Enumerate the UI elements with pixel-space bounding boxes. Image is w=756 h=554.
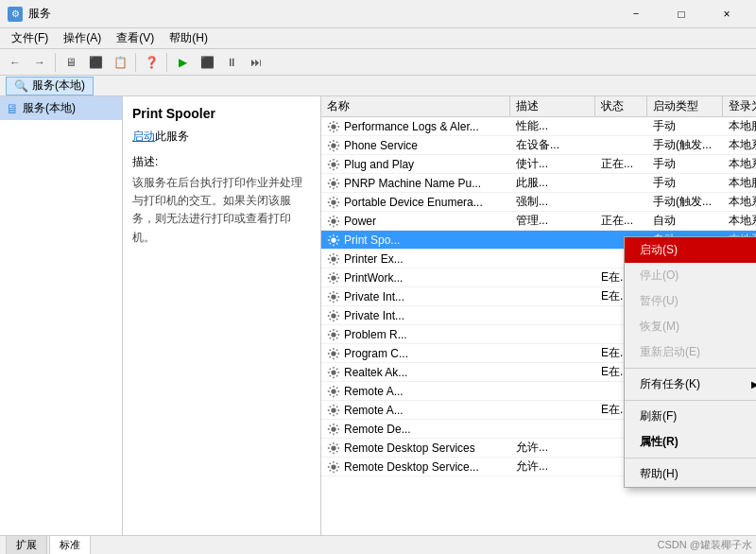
close-button[interactable]: × [705,0,748,28]
toolbar-stop[interactable]: ⬛ [196,52,218,73]
svg-point-3 [331,181,335,185]
toolbar-play[interactable]: ▶ [171,52,194,73]
left-panel: Print Spooler 启动此服务 描述: 该服务在后台执行打印作业并处理与… [123,96,321,535]
context-menu-separator [625,458,756,459]
svg-point-11 [331,332,335,337]
toolbar-sep2 [135,53,136,72]
menu-help[interactable]: 帮助(H) [162,28,215,48]
svg-point-9 [331,294,335,299]
toolbar-restart[interactable]: ⏭ [245,52,267,73]
toolbar-help[interactable]: ❓ [140,52,163,73]
table-header: 名称 描述 状态 启动类型 登录为 [321,96,756,117]
context-menu-item: 暂停(U) [625,288,756,314]
table-row[interactable]: PNRP Machine Name Pu... 此服... 手动 本地服务 [321,174,756,193]
menu-bar: 文件(F) 操作(A) 查看(V) 帮助(H) [0,28,756,49]
toolbar-up[interactable]: 🖥 [60,52,82,73]
context-menu-item[interactable]: 帮助(H) [625,461,756,487]
svg-point-12 [331,351,335,355]
toolbar-sep1 [55,53,56,72]
table-row[interactable]: Performance Logs & Aler... 性能... 手动 本地服务 [321,117,756,136]
toolbar-btn3[interactable]: 📋 [109,52,131,73]
toolbar: ← → 🖥 ⬛ 📋 ❓ ▶ ⬛ ⏸ ⏭ [0,49,756,76]
context-menu-item[interactable]: 刷新(F) [625,404,756,429]
table-row[interactable]: Power 管理... 正在... 自动 本地系统 [321,212,756,231]
menu-view[interactable]: 查看(V) [109,28,162,48]
minimize-button[interactable]: － [614,0,658,28]
col-startup[interactable]: 启动类型 [647,96,723,116]
window-title: 服务 [28,6,51,22]
sidebar: 🖥 服务(本地) [0,96,123,535]
title-bar: ⚙ 服务 － □ × [0,0,756,28]
context-menu-item: 恢复(M) [625,314,756,339]
svg-point-4 [331,199,335,204]
bottom-tab[interactable]: 扩展 [6,535,47,554]
svg-point-8 [331,275,335,280]
col-status[interactable]: 状态 [595,96,647,116]
maximize-button[interactable]: □ [660,0,703,28]
svg-point-0 [331,124,335,129]
col-login[interactable]: 登录为 [723,96,756,116]
svg-point-16 [331,426,335,431]
toolbar-back[interactable]: ← [4,52,26,73]
table-row[interactable]: Portable Device Enumera... 强制... 手动(触发..… [321,193,756,212]
address-icon: 🔍 [14,79,28,93]
svg-point-15 [331,407,335,412]
address-bar: 🔍 服务(本地) [0,76,756,96]
svg-point-10 [331,313,335,318]
col-desc[interactable]: 描述 [510,96,595,116]
context-menu-separator [625,368,756,369]
table-row[interactable]: Plug and Play 使计... 正在... 手动 本地系统 [321,155,756,174]
svg-point-17 [331,445,335,450]
toolbar-sep3 [166,53,167,72]
desc-text: 该服务在后台执行打印作业并处理与打印机的交互。如果关闭该服务，则无法进行打印或查… [132,174,311,247]
context-menu-separator [625,400,756,401]
address-text: 服务(本地) [32,78,85,94]
context-menu-item[interactable]: 属性(R) [625,429,756,455]
sidebar-item-local[interactable]: 🖥 服务(本地) [0,96,122,120]
col-name[interactable]: 名称 [321,96,510,116]
toolbar-pause[interactable]: ⏸ [220,52,243,73]
context-menu: 启动(S)停止(O)暂停(U)恢复(M)重新启动(E)所有任务(K)▶刷新(F)… [624,236,756,488]
svg-point-14 [331,389,335,393]
service-action-link: 启动此服务 [132,129,311,145]
menu-action[interactable]: 操作(A) [56,28,109,48]
computer-icon: 🖥 [6,101,19,116]
context-menu-item: 重新启动(E) [625,339,756,365]
link-suffix: 此服务 [155,130,189,143]
context-menu-item[interactable]: 启动(S) [625,237,756,263]
service-title: Print Spooler [132,106,311,121]
start-link[interactable]: 启动 [132,130,155,143]
svg-point-1 [331,143,335,147]
svg-point-7 [331,256,335,261]
sidebar-item-label: 服务(本地) [23,100,76,116]
desc-title: 描述: [132,154,311,170]
svg-point-18 [331,464,335,469]
svg-point-13 [331,370,335,374]
svg-point-6 [331,237,335,242]
services-panel: 名称 描述 状态 启动类型 登录为 Performance Logs & Ale… [321,96,756,535]
table-row[interactable]: Phone Service 在设备... 手动(触发... 本地系统 [321,136,756,155]
context-menu-item[interactable]: 所有任务(K)▶ [625,372,756,397]
bottom-tab[interactable]: 标准 [49,535,91,554]
context-menu-item: 停止(O) [625,263,756,288]
toolbar-forward[interactable]: → [28,52,51,73]
address-label: 🔍 服务(本地) [6,77,94,95]
app-icon: ⚙ [8,7,23,22]
toolbar-btn2[interactable]: ⬛ [84,52,107,73]
menu-file[interactable]: 文件(F) [4,28,56,48]
window-controls: － □ × [614,0,748,28]
bottom-tabs: 扩展标准 [0,535,756,554]
svg-point-2 [331,162,335,166]
svg-point-5 [331,218,335,223]
